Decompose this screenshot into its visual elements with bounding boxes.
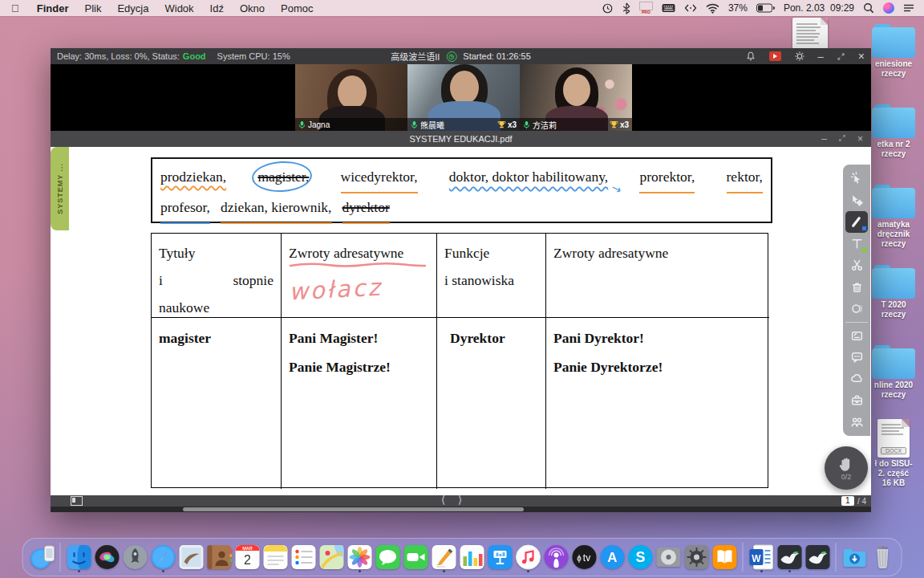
awards-icon[interactable]: [845, 411, 868, 433]
battery-percent-label: 37%: [728, 2, 748, 14]
skype-icon[interactable]: S: [627, 542, 654, 572]
classin2-icon[interactable]: [804, 542, 831, 572]
sysprefs-icon[interactable]: [683, 542, 710, 572]
siri-icon[interactable]: [883, 2, 894, 14]
desktop-document-icon[interactable]: [792, 18, 828, 50]
notes-icon[interactable]: [262, 542, 289, 572]
table-body-cell: Pani Magister!Panie Magistrze!: [282, 318, 437, 489]
finder-icon[interactable]: [66, 542, 92, 572]
prev-page-button[interactable]: ⟨: [441, 494, 445, 506]
desktop-folder-icon[interactable]: nline 2020rzeczy: [865, 345, 922, 400]
menu-item-plik[interactable]: Plik: [76, 2, 109, 14]
titles-table: TytułyistopnienaukoweZwroty adresatywnew…: [151, 233, 768, 488]
desktop-folder-icon[interactable]: T 2020rzeczy: [865, 265, 922, 320]
keynote-icon[interactable]: [487, 542, 513, 572]
code-brackets-icon[interactable]: [684, 3, 697, 13]
downloads-icon[interactable]: [841, 542, 868, 572]
hand-icon: [837, 456, 855, 474]
text-tool-icon[interactable]: [845, 233, 868, 254]
toolbox-icon[interactable]: [845, 389, 868, 411]
bell-icon[interactable]: [745, 51, 756, 62]
annotation-toolbar: [843, 165, 870, 436]
running-indicator-dot: [760, 570, 763, 572]
word-icon[interactable]: W: [748, 542, 775, 572]
pdf-expand-button[interactable]: [838, 133, 846, 144]
facetime-icon[interactable]: [403, 542, 429, 572]
desktop-folder-icon[interactable]: eniesionerzeczy: [865, 24, 922, 79]
pdf-side-tab[interactable]: SYSTEMY ...: [51, 147, 69, 230]
next-page-button[interactable]: ⟩: [458, 494, 462, 506]
menu-item-pomoc[interactable]: Pomoc: [273, 2, 321, 14]
keyboard-icon[interactable]: [662, 3, 675, 13]
messages-icon[interactable]: [375, 542, 401, 572]
running-indicator-dot: [527, 570, 529, 572]
calendar-icon[interactable]: MAR2: [234, 542, 261, 572]
safari-device-icon[interactable]: [29, 542, 55, 572]
video-participant-1[interactable]: Jagna: [295, 64, 407, 131]
word-segment: prodziekan,: [160, 163, 226, 193]
music-icon[interactable]: [515, 542, 541, 572]
desktop-folder-icon[interactable]: etka nr 2rzeczy: [865, 104, 922, 159]
close-window-button[interactable]: ×: [858, 50, 865, 63]
menu-clock[interactable]: Pon. 2.03 09:29: [784, 2, 854, 14]
pdf-minimize-button[interactable]: –: [821, 133, 827, 144]
pages-icon[interactable]: [431, 542, 457, 572]
pdf-close-button[interactable]: ×: [857, 133, 863, 144]
scissors-icon[interactable]: [845, 254, 868, 276]
menu-item-finder[interactable]: Finder: [29, 2, 77, 14]
page-number-input[interactable]: 1: [841, 496, 854, 506]
podcasts-icon[interactable]: [543, 542, 569, 572]
fullscreen-button[interactable]: [837, 52, 845, 61]
maps-icon[interactable]: [318, 542, 345, 572]
record-icon[interactable]: [769, 51, 781, 61]
minimize-window-button[interactable]: –: [818, 51, 824, 63]
scrollbar-thumb[interactable]: [183, 507, 524, 511]
cloud-icon[interactable]: [845, 368, 868, 389]
horizontal-scrollbar[interactable]: [51, 507, 871, 512]
contacts-icon[interactable]: [206, 542, 233, 572]
siri-icon[interactable]: [94, 542, 120, 572]
photos-icon[interactable]: [346, 542, 373, 572]
books-icon[interactable]: [711, 542, 738, 572]
trash-tool-icon[interactable]: [845, 276, 868, 298]
spotlight-search-icon[interactable]: [863, 2, 874, 14]
menu-item-edycja[interactable]: Edycja: [109, 2, 156, 14]
menu-item-okno[interactable]: Okno: [232, 2, 273, 14]
shape-arc-icon[interactable]: [845, 298, 868, 320]
appletv-icon[interactable]: tvɸ: [571, 542, 598, 572]
menu-item-widok[interactable]: Widok: [156, 2, 201, 14]
keyboard-layout-flag-icon[interactable]: PRO: [639, 2, 653, 14]
thumbnail-panel-icon[interactable]: [71, 496, 83, 506]
mail-icon[interactable]: [178, 542, 205, 572]
participant-name-bar: 熊晨曦 x3: [407, 118, 520, 131]
select-move-icon[interactable]: [845, 189, 868, 211]
trash-icon[interactable]: [869, 542, 896, 572]
menu-item-idź[interactable]: Idź: [202, 2, 232, 14]
pen-icon[interactable]: [845, 211, 868, 233]
wifi-icon[interactable]: [706, 3, 719, 14]
trophy-badge: x3: [610, 120, 629, 129]
notification-center-icon[interactable]: [903, 3, 914, 13]
classin-icon[interactable]: [776, 542, 803, 572]
desktop-docx-icon[interactable]: DOCXł do SISU-2. część16 KB: [865, 419, 922, 488]
raise-hand-button[interactable]: 0/2: [825, 446, 868, 490]
video-participant-3[interactable]: 方洁莉 x3: [520, 64, 632, 131]
settings-gear-icon[interactable]: [794, 51, 805, 62]
chat-icon[interactable]: [845, 346, 868, 368]
battery-icon[interactable]: [756, 3, 775, 13]
apple-menu-icon[interactable]: : [11, 2, 19, 14]
appstore-icon[interactable]: A: [599, 542, 626, 572]
launchpad-icon[interactable]: [122, 542, 148, 572]
time-machine-icon[interactable]: [602, 2, 614, 14]
numbers-icon[interactable]: [459, 542, 485, 572]
laser-pointer-icon[interactable]: [845, 168, 868, 189]
video-participant-2[interactable]: 熊晨曦 x3: [407, 64, 520, 131]
answer-board-icon[interactable]: [845, 322, 868, 346]
bluetooth-icon[interactable]: [622, 2, 630, 14]
safari-icon[interactable]: [150, 542, 176, 572]
desktop-folder-icon[interactable]: amatykadręcznikrzeczy: [865, 185, 922, 249]
word-segment: doktor, doktor habilitowany,↘: [449, 163, 608, 193]
table-body-cell: Pani Dyrektor!Panie Dyrektorze!: [546, 318, 769, 489]
dvd-icon[interactable]: [655, 542, 682, 572]
reminders-icon[interactable]: [290, 542, 317, 572]
